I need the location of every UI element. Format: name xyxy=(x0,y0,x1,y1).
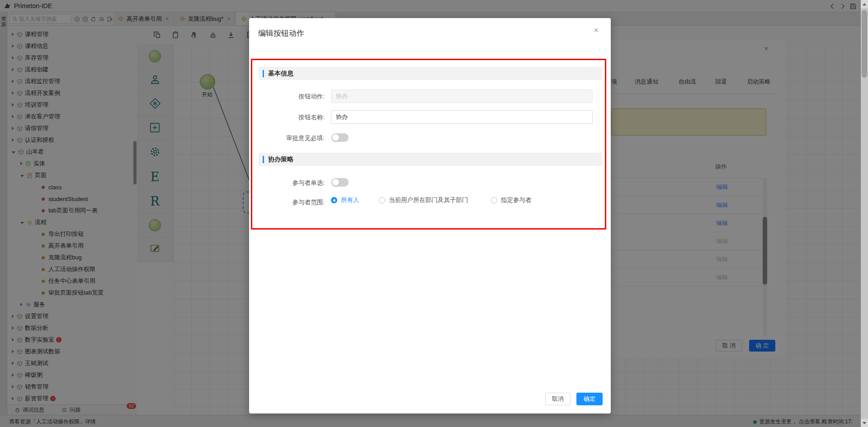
radio-label: 指定参与者 xyxy=(501,196,532,204)
modal-title: 编辑按钮动作 xyxy=(258,28,304,38)
button-action-input[interactable] xyxy=(331,89,593,103)
scope-radio-option[interactable]: 当前用户所在部门及其子部门 xyxy=(379,196,468,204)
radio-label: 当前用户所在部门及其子部门 xyxy=(389,196,468,204)
participant-scope-label: 参与者范围: xyxy=(249,198,325,206)
section-basic-info: 基本信息 xyxy=(259,67,602,80)
radio-icon[interactable] xyxy=(491,197,497,203)
scope-radio-option[interactable]: 指定参与者 xyxy=(491,196,532,204)
section-accent-bar xyxy=(263,156,264,163)
comment-required-toggle[interactable] xyxy=(331,133,349,142)
comment-required-label: 审批意见必填: xyxy=(249,134,325,142)
scroll-up-icon[interactable] xyxy=(861,0,868,8)
radio-icon[interactable] xyxy=(331,197,337,203)
button-name-input[interactable] xyxy=(331,110,593,124)
edit-button-action-modal: 编辑按钮动作 × 基本信息 按钮动作: 按钮名称: 审批意见必填: 协办策略 参… xyxy=(249,18,611,413)
single-participant-toggle[interactable] xyxy=(331,178,349,187)
radio-icon[interactable] xyxy=(379,197,385,203)
button-name-label: 按钮名称: xyxy=(249,113,325,122)
modal-cancel-button[interactable]: 取消 xyxy=(545,393,571,405)
window-scrollbar[interactable] xyxy=(861,0,868,427)
section-accent-bar xyxy=(263,70,264,77)
modal-close-icon[interactable]: × xyxy=(594,25,599,35)
scroll-down-icon[interactable] xyxy=(861,419,868,427)
scrollbar-thumb[interactable] xyxy=(862,10,867,78)
scope-radio-option[interactable]: 所有人 xyxy=(331,196,359,204)
ide-window: Primeton-IDE 资源 AI 课程管理课程信息库存管理流程创建流程监控管… xyxy=(0,0,868,427)
radio-label: 所有人 xyxy=(341,196,359,204)
button-action-label: 按钮动作: xyxy=(249,93,325,101)
modal-ok-button[interactable]: 确定 xyxy=(576,393,603,405)
section-assist-policy: 协办策略 xyxy=(259,153,602,166)
single-participant-label: 参与者单选: xyxy=(249,179,325,187)
